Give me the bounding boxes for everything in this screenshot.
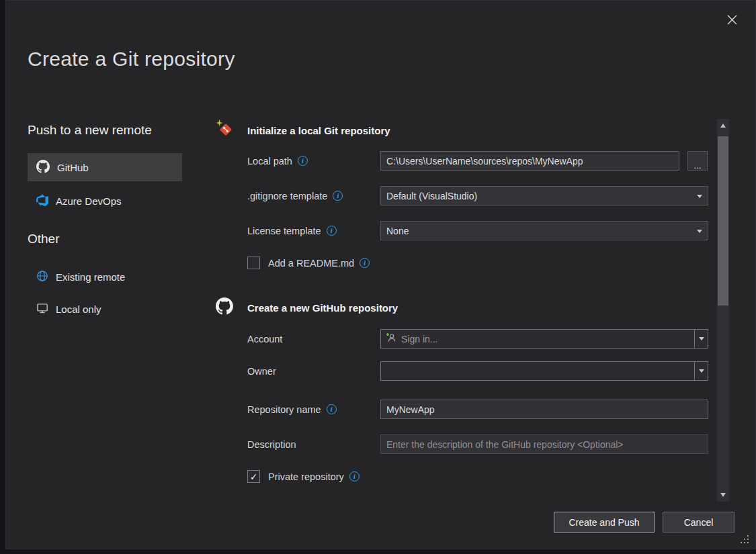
private-checkbox[interactable]: ✓ (247, 470, 260, 483)
scrollbar-thumb[interactable] (718, 136, 728, 306)
local-path-input[interactable] (380, 151, 679, 171)
license-dropdown[interactable]: None (380, 221, 708, 240)
gitignore-label: .gitignore template (247, 191, 327, 201)
license-value: None (386, 226, 409, 236)
close-icon (727, 15, 737, 28)
sign-in-user-icon (386, 332, 396, 345)
readme-label-row: Add a README.md i (268, 257, 370, 269)
sidebar-header-push: Push to a new remote (28, 123, 152, 138)
account-label-row: Account (247, 329, 282, 349)
new-repository-icon (216, 120, 234, 140)
account-label: Account (247, 334, 282, 344)
sidebar-item-label: GitHub (57, 162, 89, 173)
cancel-button[interactable]: Cancel (663, 512, 734, 533)
scroll-up-button[interactable] (717, 120, 729, 131)
create-and-push-button[interactable]: Create and Push (554, 512, 655, 533)
account-dropdown-button[interactable] (694, 330, 708, 348)
sidebar-item-local-only[interactable]: Local only (28, 296, 182, 322)
info-icon[interactable]: i (360, 258, 370, 268)
sidebar-header-other: Other (28, 232, 60, 246)
info-icon[interactable]: i (327, 404, 337, 414)
local-path-label-row: Local path i (247, 151, 308, 171)
sidebar-item-label: Azure DevOps (56, 195, 122, 207)
chevron-down-icon (697, 230, 702, 233)
github-icon (36, 160, 50, 175)
owner-dropdown-button[interactable] (694, 362, 708, 380)
chevron-down-icon (699, 337, 704, 340)
license-label: License template (247, 226, 321, 236)
private-label-row: Private repository i (268, 470, 360, 483)
close-button[interactable] (722, 11, 742, 31)
scroll-down-button[interactable] (717, 490, 729, 500)
repo-name-label-row: Repository name i (247, 400, 337, 419)
github-section-title: Create a new GitHub repository (247, 302, 398, 314)
readme-checkbox[interactable] (247, 257, 260, 269)
info-icon[interactable]: i (333, 191, 343, 201)
license-label-row: License template i (247, 221, 337, 240)
gitignore-label-row: .gitignore template i (247, 186, 343, 205)
account-combo[interactable]: Sign in... (380, 329, 708, 349)
repo-name-label: Repository name (247, 404, 321, 415)
description-label-row: Description (247, 434, 296, 454)
local-path-label: Local path (247, 156, 292, 167)
sidebar-item-azure-devops[interactable]: Azure DevOps (28, 187, 182, 215)
description-label: Description (247, 439, 296, 450)
sidebar-item-github[interactable]: GitHub (28, 153, 182, 181)
repo-name-input[interactable] (380, 400, 708, 419)
sidebar-item-label: Existing remote (56, 271, 125, 283)
owner-label-row: Owner (247, 361, 276, 381)
sidebar-item-label: Local only (56, 304, 101, 315)
resize-grip[interactable] (741, 535, 749, 544)
chevron-down-icon (697, 195, 702, 198)
scroll-down-icon (720, 493, 726, 497)
scroll-up-icon (720, 124, 726, 128)
chevron-down-icon (699, 369, 704, 373)
account-value: Sign in... (401, 334, 437, 344)
create-git-repository-dialog: Create a Git repository Push to a new re… (5, 0, 756, 549)
private-label: Private repository (268, 471, 344, 482)
azure-devops-icon (36, 194, 48, 208)
computer-icon (36, 302, 48, 316)
owner-combo[interactable] (380, 361, 708, 381)
info-icon[interactable]: i (349, 471, 360, 481)
sidebar-item-existing-remote[interactable]: Existing remote (28, 264, 182, 289)
browse-button[interactable]: ... (687, 151, 708, 171)
info-icon[interactable]: i (298, 156, 308, 166)
github-icon (216, 297, 233, 318)
init-section-title: Initialize a local Git repository (247, 125, 390, 136)
page-title: Create a Git repository (28, 48, 235, 71)
info-icon[interactable]: i (327, 226, 337, 236)
vertical-scrollbar[interactable] (717, 119, 729, 502)
gitignore-dropdown[interactable]: Default (VisualStudio) (380, 186, 708, 205)
description-input[interactable] (380, 434, 708, 454)
gitignore-value: Default (VisualStudio) (386, 191, 477, 201)
checkmark-icon: ✓ (250, 472, 258, 481)
readme-label: Add a README.md (268, 258, 354, 269)
globe-icon (36, 270, 48, 284)
owner-label: Owner (247, 366, 276, 377)
